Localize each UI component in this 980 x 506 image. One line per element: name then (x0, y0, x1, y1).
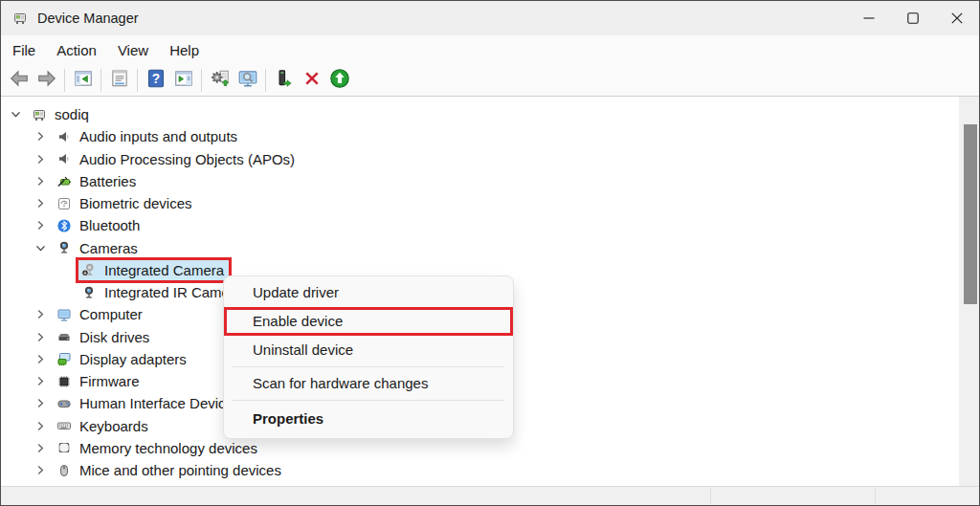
tree-item-label: Display adapters (79, 351, 187, 367)
chevron-collapsed-icon[interactable] (33, 352, 47, 365)
window-title: Device Manager (37, 11, 139, 26)
uninstall-device-icon (301, 68, 323, 93)
chevron-collapsed-icon[interactable] (33, 330, 47, 343)
tree-item-sodiq[interactable]: sodiq (1, 103, 959, 125)
chevron-collapsed-icon[interactable] (33, 375, 47, 388)
monitor-icon (56, 307, 72, 322)
battery-icon (56, 173, 72, 188)
annotation-highlight[interactable]: Integrated Camera (76, 257, 232, 283)
tree-item-label: Integrated Camera (104, 262, 224, 278)
tree-item-content[interactable]: Batteries (55, 172, 140, 190)
tree-item-label: Audio Processing Objects (APOs) (79, 151, 295, 167)
tree-item-batteries[interactable]: Batteries (1, 170, 959, 192)
search-computer-button[interactable] (234, 67, 261, 94)
tree-item-content[interactable]: Human Interface Devices (55, 394, 244, 412)
tree-item-audio-inputs-and-outputs[interactable]: Audio inputs and outputs (1, 125, 959, 147)
chevron-collapsed-icon[interactable] (33, 397, 47, 410)
tree-item-content[interactable]: sodiq (30, 105, 93, 123)
svg-text:?: ? (151, 72, 159, 86)
camera-icon (56, 240, 72, 255)
display-adapter-icon (56, 351, 72, 366)
scan-hardware-icon (210, 68, 231, 93)
chevron-collapsed-icon[interactable] (33, 441, 47, 454)
tree-item-content[interactable]: Cameras (55, 239, 142, 257)
action-pane-button[interactable] (169, 67, 197, 94)
close-icon (947, 9, 967, 28)
minimize-button[interactable] (847, 1, 891, 35)
tree-item-cameras[interactable]: Cameras (1, 237, 959, 259)
tree-item-content[interactable]: Audio Processing Objects (APOs) (55, 150, 299, 168)
speaker-icon (56, 151, 72, 166)
tree-item-content[interactable]: Memory technology devices (55, 439, 261, 457)
console-tree-button[interactable] (69, 67, 97, 94)
memory-card-icon (56, 440, 72, 455)
help-button[interactable]: ? (142, 67, 169, 94)
context-menu-item-properties[interactable]: Properties (224, 403, 513, 434)
context-menu-item-update-driver[interactable]: Update driver (224, 278, 513, 307)
mouse-icon (56, 463, 72, 478)
chevron-collapsed-icon[interactable] (33, 219, 47, 232)
vertical-scrollbar-thumb[interactable] (964, 124, 977, 304)
tree-item-label: Keyboards (79, 418, 148, 434)
toolbar-separator (100, 69, 101, 92)
tree-item-content[interactable]: Keyboards (55, 417, 152, 435)
forward-button[interactable] (33, 67, 60, 94)
enable-device-button[interactable] (270, 67, 298, 94)
tree-item-content[interactable]: Firmware (55, 372, 144, 390)
context-menu-item-scan-for-hardware-changes[interactable]: Scan for hardware changes (224, 369, 513, 398)
context-menu-item-uninstall-device[interactable]: Uninstall device (224, 336, 513, 364)
tree-item-mice-and-other-pointing-devices[interactable]: Mice and other pointing devices (1, 459, 959, 481)
menu-help[interactable]: Help (159, 37, 210, 63)
menu-file[interactable]: File (2, 37, 46, 63)
tree-item-content[interactable]: Disk drives (55, 328, 153, 346)
chevron-collapsed-icon[interactable] (33, 308, 47, 321)
chevron-spacer (58, 286, 72, 299)
tree-item-bluetooth[interactable]: Bluetooth (1, 214, 959, 236)
tree-item-content[interactable]: Integrated IR Camera (79, 283, 246, 301)
chevron-expanded-icon[interactable] (33, 241, 47, 254)
tree-item-memory-technology-devices[interactable]: Memory technology devices (1, 437, 959, 459)
tree-item-label: Audio inputs and outputs (79, 128, 237, 144)
tree-item-content[interactable]: Display adapters (55, 350, 190, 368)
chevron-collapsed-icon[interactable] (33, 464, 47, 477)
tree-item-content[interactable]: Biometric devices (55, 194, 196, 212)
gamepad-icon (56, 396, 72, 411)
tree-item-label: Mice and other pointing devices (79, 462, 281, 478)
toolbar-separator (64, 69, 65, 92)
back-button[interactable] (5, 67, 33, 94)
chevron-collapsed-icon[interactable] (33, 419, 47, 432)
tree-item-label: Computer (79, 306, 143, 322)
tree-item-label: Firmware (79, 373, 140, 389)
title-bar[interactable]: Device Manager (1, 1, 979, 35)
tree-item-label: sodiq (55, 106, 89, 122)
tree-item-audio-processing-objects-apos[interactable]: Audio Processing Objects (APOs) (1, 148, 959, 170)
tree-item-label: Memory technology devices (79, 440, 257, 456)
chevron-collapsed-icon[interactable] (33, 197, 47, 210)
context-menu: Update driverEnable deviceUninstall devi… (223, 275, 514, 439)
chevron-collapsed-icon[interactable] (33, 130, 47, 143)
maximize-button[interactable] (891, 1, 935, 35)
chevron-collapsed-icon[interactable] (33, 152, 47, 165)
update-driver-button[interactable] (325, 67, 353, 94)
context-menu-item-enable-device[interactable]: Enable device (224, 307, 513, 336)
tree-item-label: Batteries (79, 173, 136, 189)
menu-view[interactable]: View (107, 37, 159, 63)
maximize-icon (903, 9, 923, 28)
tree-item-content[interactable]: Audio inputs and outputs (55, 127, 241, 145)
chevron-expanded-icon[interactable] (9, 108, 22, 121)
tree-item-label: Human Interface Devices (79, 395, 240, 411)
tree-item-content[interactable]: Bluetooth (55, 216, 144, 234)
properties-button[interactable] (105, 67, 133, 94)
tree-item-content[interactable]: Computer (55, 305, 146, 323)
vertical-scrollbar[interactable] (959, 97, 979, 487)
menu-action[interactable]: Action (46, 37, 107, 63)
keyboard-icon (56, 418, 72, 433)
tree-item-content[interactable]: Mice and other pointing devices (55, 461, 285, 479)
chevron-collapsed-icon[interactable] (33, 174, 47, 187)
device-manager-icon (32, 107, 47, 122)
camera-disabled-icon (81, 262, 97, 277)
scan-hardware-button[interactable] (206, 67, 234, 94)
tree-item-biometric-devices[interactable]: Biometric devices (1, 192, 959, 214)
uninstall-device-button[interactable] (298, 67, 325, 94)
close-button[interactable] (935, 1, 979, 35)
